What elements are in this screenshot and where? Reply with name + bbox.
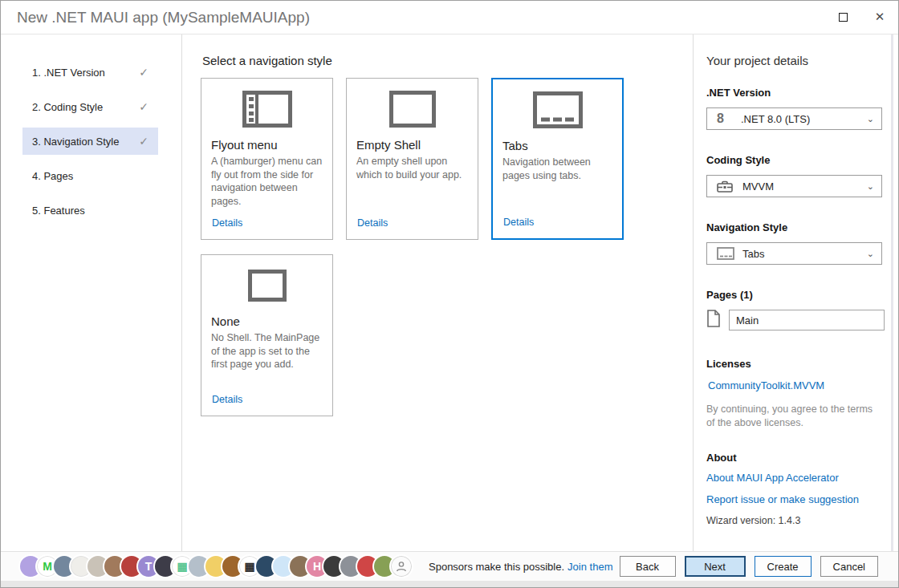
create-button[interactable]: Create (755, 556, 812, 577)
dialog-window: New .NET MAUI app (MySampleMAUIApp) ✕ 1.… (0, 0, 899, 588)
card-title: Tabs (502, 139, 612, 152)
check-icon: ✓ (139, 66, 148, 79)
cancel-button[interactable]: Cancel (820, 556, 878, 577)
sponsor-text: Sponsors make this possible.Join them (429, 561, 612, 573)
sidebar-step-net-version[interactable]: 1. .NET Version ✓ (22, 59, 158, 86)
step-label: 1. .NET Version (32, 67, 105, 79)
step-label: 4. Pages (32, 170, 73, 182)
chevron-down-icon: ⌄ (867, 114, 874, 124)
action-buttons: Back Next Create Cancel (620, 556, 879, 577)
step-label: 2. Coding Style (32, 101, 103, 113)
sponsor-avatars: MT▦▦H (18, 554, 406, 578)
chevron-down-icon: ⌄ (867, 181, 874, 192)
coding-style-label: Coding Style (706, 154, 882, 166)
dotnet-8-icon: 8 (717, 112, 734, 126)
about-label: About (706, 452, 882, 464)
net-version-label: .NET Version (706, 87, 882, 99)
navigation-style-main: Select a navigation style Flyout menu A … (182, 34, 693, 551)
close-button[interactable]: ✕ (861, 1, 898, 33)
license-note: By continuing, you agree to the terms of… (706, 403, 882, 431)
sponsor-message: Sponsors make this possible. (429, 561, 564, 573)
details-link[interactable]: Details (503, 217, 534, 228)
join-them-link[interactable]: Join them (567, 561, 612, 573)
dialog-content: 1. .NET Version ✓ 2. Coding Style ✓ 3. N… (1, 34, 898, 551)
chevron-down-icon: ⌄ (867, 249, 874, 259)
flyout-menu-icon (201, 91, 332, 128)
window-controls: ✕ (824, 1, 898, 33)
footer-bar: MT▦▦H Sponsors make this possible.Join t… (1, 551, 898, 587)
details-link[interactable]: Details (357, 217, 388, 229)
sidebar-step-navigation-style[interactable]: 3. Navigation Style ✓ (22, 128, 158, 155)
navigation-style-dropdown[interactable]: Tabs ⌄ (706, 242, 882, 265)
document-icon (706, 310, 721, 330)
person-icon (396, 561, 407, 572)
next-button[interactable]: Next (685, 556, 746, 577)
licenses-label: Licenses (706, 358, 882, 370)
close-icon: ✕ (875, 10, 885, 24)
details-link[interactable]: Details (212, 394, 242, 405)
check-icon: ✓ (139, 135, 148, 148)
step-label: 5. Features (32, 205, 85, 217)
details-link[interactable]: Details (212, 217, 242, 229)
net-version-dropdown[interactable]: 8 .NET 8.0 (LTS) ⌄ (706, 107, 882, 130)
card-title: None (211, 314, 323, 328)
navigation-style-label: Navigation Style (706, 221, 882, 233)
card-none[interactable]: None No Shell. The MainPage of the app i… (201, 254, 333, 416)
sidebar-step-features[interactable]: 5. Features (22, 197, 158, 224)
empty-shell-icon (347, 91, 478, 128)
card-flyout-menu[interactable]: Flyout menu A (hamburger) menu can fly o… (201, 78, 333, 240)
maximize-button[interactable] (824, 1, 861, 33)
back-button[interactable]: Back (620, 556, 676, 577)
net-version-value: .NET 8.0 (LTS) (741, 113, 810, 125)
sidebar-step-pages[interactable]: 4. Pages (22, 162, 158, 189)
page-name-input[interactable] (729, 310, 885, 330)
about-accelerator-link[interactable]: About MAUI App Accelerator (706, 472, 882, 484)
title-bar: New .NET MAUI app (MySampleMAUIApp) ✕ (1, 1, 898, 34)
navigation-style-value: Tabs (742, 248, 764, 260)
wizard-version: Wizard version: 1.4.3 (706, 515, 882, 526)
wizard-steps-sidebar: 1. .NET Version ✓ 2. Coding Style ✓ 3. N… (1, 34, 182, 551)
check-icon: ✓ (139, 100, 148, 113)
project-details-panel: Your project details .NET Version 8 .NET… (693, 34, 898, 551)
panel-scrollbar[interactable] (891, 34, 893, 551)
report-issue-link[interactable]: Report issue or make suggestion (706, 493, 882, 505)
coding-style-value: MVVM (742, 180, 774, 193)
coding-style-dropdown[interactable]: MVVM ⌄ (706, 175, 882, 197)
tabs-icon (493, 91, 622, 128)
page-title: Select a navigation style (202, 54, 693, 67)
tabs-mini-icon (717, 247, 736, 260)
window-title: New .NET MAUI app (MySampleMAUIApp) (17, 9, 310, 26)
card-grid: Flyout menu A (hamburger) menu can fly o… (201, 78, 634, 416)
license-link[interactable]: CommunityToolkit.MVVM (708, 379, 882, 391)
sidebar-step-coding-style[interactable]: 2. Coding Style ✓ (22, 93, 158, 120)
pages-label: Pages (1) (706, 289, 882, 301)
card-description: An empty shell upon which to build your … (356, 155, 468, 181)
none-icon (201, 267, 332, 304)
card-description: Navigation between pages using tabs. (502, 156, 612, 182)
card-title: Empty Shell (356, 138, 468, 152)
card-description: A (hamburger) menu can fly out from the … (211, 155, 323, 208)
card-tabs[interactable]: Tabs Navigation between pages using tabs… (491, 78, 624, 240)
window-bottom-strip (1, 581, 898, 587)
card-description: No Shell. The MainPage of the app is set… (211, 331, 323, 371)
toolbox-icon (717, 180, 736, 193)
pages-row (706, 310, 882, 330)
card-title: Flyout menu (211, 138, 323, 152)
sponsor-placeholder-avatar[interactable] (389, 554, 413, 578)
step-label: 3. Navigation Style (32, 136, 119, 148)
card-empty-shell[interactable]: Empty Shell An empty shell upon which to… (346, 78, 478, 240)
maximize-icon (839, 13, 848, 22)
panel-heading: Your project details (706, 54, 882, 67)
